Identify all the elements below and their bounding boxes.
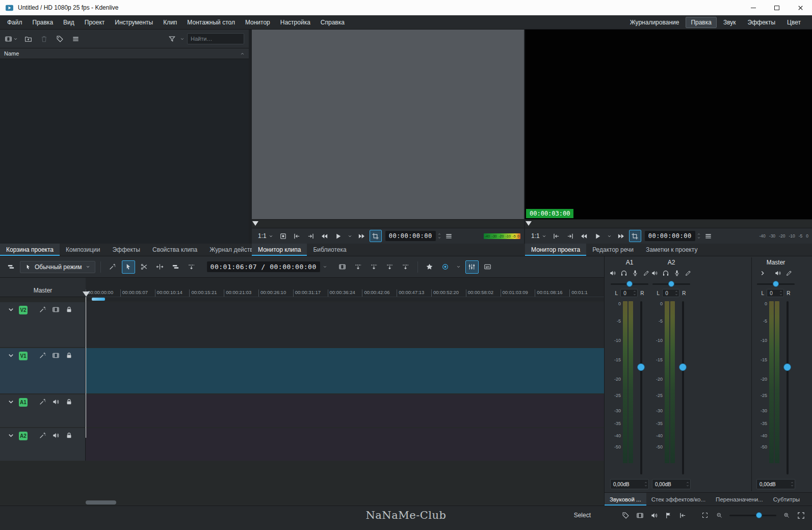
- track-area-v2[interactable]: [86, 302, 604, 347]
- zone-in-button[interactable]: [291, 230, 303, 242]
- add-clip-button[interactable]: [5, 33, 18, 44]
- volume-fader[interactable]: [635, 300, 648, 476]
- extract-zone-button[interactable]: [383, 260, 397, 274]
- delete-button[interactable]: [38, 33, 49, 44]
- forward-button[interactable]: [615, 230, 627, 242]
- pan-slider[interactable]: [611, 280, 648, 287]
- track-effects-icon[interactable]: [39, 306, 46, 313]
- tab[interactable]: Композиции: [60, 244, 106, 256]
- fader-handle[interactable]: [637, 363, 645, 371]
- collapse-track-icon[interactable]: [7, 432, 15, 439]
- mixed-streams-button[interactable]: [336, 260, 349, 274]
- menu-item[interactable]: Монтажный стол: [182, 16, 240, 29]
- menu-item[interactable]: Файл: [2, 16, 28, 29]
- collapse-track-icon[interactable]: [7, 398, 15, 406]
- tab[interactable]: Эффекты: [106, 244, 146, 256]
- record-arm-button[interactable]: [632, 270, 639, 277]
- insert-zone-button[interactable]: [352, 260, 365, 274]
- zone-toggle-button[interactable]: [277, 230, 290, 242]
- overwrite-zone-button[interactable]: [368, 260, 381, 274]
- clip-monitor-playhead[interactable]: [252, 221, 258, 226]
- lock-track-icon[interactable]: [65, 432, 73, 439]
- track-target-a1[interactable]: A1: [19, 398, 28, 407]
- playhead-marker[interactable]: [83, 292, 90, 297]
- lift-zone-button[interactable]: [399, 260, 412, 274]
- menu-item[interactable]: Клип: [158, 16, 182, 29]
- tab[interactable]: Субтитры: [768, 493, 805, 506]
- lock-track-icon[interactable]: [65, 306, 73, 313]
- record-options-button[interactable]: [455, 260, 463, 274]
- gain-spinbox[interactable]: 0,00dB: [756, 479, 795, 489]
- tab[interactable]: Редактор речи: [586, 244, 640, 256]
- show-markers-toggle[interactable]: [663, 510, 673, 520]
- timeline-ruler[interactable]: 00:00:00:0000:00:05:0700:00:10:1400:00:1…: [86, 278, 604, 297]
- tab[interactable]: Корзина проекта: [0, 244, 60, 256]
- collapse-track-icon[interactable]: [7, 352, 15, 359]
- close-button[interactable]: [789, 0, 812, 15]
- chevron-down-icon[interactable]: [323, 264, 327, 269]
- mute-track-icon[interactable]: [52, 432, 60, 439]
- mute-track-icon[interactable]: [52, 398, 60, 406]
- show-effects-button[interactable]: [685, 270, 692, 277]
- workspace-button[interactable]: Цвет: [782, 17, 806, 28]
- menu-item[interactable]: Инструменты: [110, 16, 158, 29]
- rewind-button[interactable]: [319, 230, 331, 242]
- zoom-out-button[interactable]: [714, 510, 724, 520]
- filter-dropdown-icon[interactable]: [180, 37, 185, 41]
- gain-spin-arrows[interactable]: [790, 481, 795, 487]
- fader-handle[interactable]: [783, 363, 791, 371]
- zone-out-button[interactable]: [305, 230, 317, 242]
- minimize-button[interactable]: [742, 0, 765, 15]
- pan-spinbox[interactable]: 0: [662, 289, 679, 297]
- track-target-v2[interactable]: V2: [19, 306, 28, 314]
- tab[interactable]: Монитор проекта: [525, 244, 586, 256]
- tags-toggle-button[interactable]: [620, 510, 631, 520]
- use-timeline-zone-button[interactable]: [4, 260, 17, 274]
- play-options-button[interactable]: [346, 230, 354, 242]
- loop-zone-button[interactable]: [629, 230, 641, 242]
- use-zone-toggle[interactable]: [677, 510, 688, 520]
- clip-timecode-spinner[interactable]: [437, 232, 441, 240]
- gain-spinbox[interactable]: 0,00dB: [610, 479, 649, 489]
- record-button[interactable]: [439, 260, 452, 274]
- spacer-tool-button[interactable]: [153, 260, 167, 274]
- menu-item[interactable]: Настройка: [275, 16, 316, 29]
- audio-mixer-toggle-button[interactable]: [465, 260, 479, 274]
- edit-mode-select[interactable]: Обычный режим: [20, 261, 95, 273]
- tab[interactable]: Стек эффектов/ко...: [646, 493, 711, 506]
- project-monitor-seekbar[interactable]: [525, 219, 812, 228]
- mute-button[interactable]: [651, 270, 658, 277]
- zoom-fit-button[interactable]: [796, 510, 806, 520]
- audio-thumbnails-toggle[interactable]: [649, 510, 659, 520]
- lock-track-icon[interactable]: [65, 398, 73, 406]
- timeline-zone[interactable]: [92, 298, 105, 301]
- tab[interactable]: Заметки к проекту: [640, 244, 703, 256]
- tags-button[interactable]: [54, 33, 65, 44]
- gain-spin-arrows[interactable]: [686, 481, 690, 487]
- track-area-a2[interactable]: [86, 428, 604, 461]
- favorite-effects-button[interactable]: [423, 260, 436, 274]
- project-zoom-select[interactable]: 1:1: [529, 231, 549, 241]
- show-effects-button[interactable]: [785, 270, 793, 277]
- selection-tool-button[interactable]: [122, 260, 135, 274]
- timeline-master-button[interactable]: Master: [0, 278, 86, 297]
- project-timecode[interactable]: 00:00:00:00: [645, 231, 695, 241]
- timeline-empty-area[interactable]: [0, 461, 604, 506]
- razor-tool-button[interactable]: [138, 260, 151, 274]
- bin-clip-list[interactable]: [0, 59, 249, 244]
- subtitles-button[interactable]: [481, 260, 494, 274]
- video-thumbnails-toggle[interactable]: [635, 510, 645, 520]
- tab[interactable]: Переназначени...: [711, 493, 768, 506]
- mute-button[interactable]: [609, 270, 616, 277]
- pan-spinbox[interactable]: 0: [620, 289, 638, 297]
- tab[interactable]: Монитор клипа: [252, 244, 307, 256]
- bin-menu-button[interactable]: [70, 33, 81, 44]
- solo-button[interactable]: [662, 270, 669, 277]
- filter-button[interactable]: [166, 33, 177, 44]
- mute-button[interactable]: [774, 270, 781, 277]
- gain-spinbox[interactable]: 0,00dB: [652, 479, 691, 489]
- pan-handle[interactable]: [626, 281, 633, 287]
- clip-monitor-seekbar[interactable]: [252, 219, 524, 228]
- track-effects-icon[interactable]: [39, 432, 46, 439]
- pan-slider[interactable]: [652, 280, 690, 287]
